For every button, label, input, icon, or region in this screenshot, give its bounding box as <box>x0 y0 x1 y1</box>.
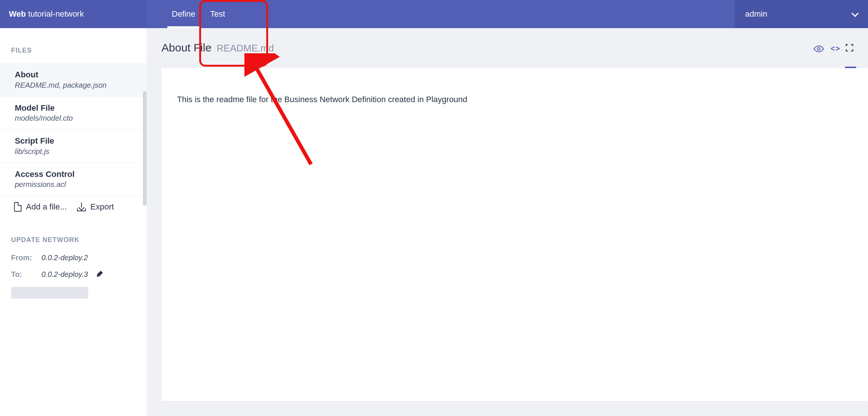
export-label: Export <box>90 202 114 212</box>
update-from-value: 0.0.2-deploy.2 <box>41 254 88 262</box>
content-card: This is the readme file for the Business… <box>161 68 868 401</box>
chevron-down-icon <box>851 10 859 17</box>
file-item-subtitle: permissions.acl <box>15 180 136 189</box>
update-to-label: To: <box>11 270 35 279</box>
topbar: Web tutorial-network Define Test admin <box>0 0 868 28</box>
add-file-label: Add a file... <box>26 202 67 212</box>
header-actions: < > <box>814 44 853 53</box>
export-button[interactable]: Export <box>77 202 114 212</box>
update-to-row: To: 0.0.2-deploy.3 <box>11 270 136 279</box>
code-icon[interactable]: < > <box>831 44 839 53</box>
tab-label: Define <box>172 9 196 19</box>
add-file-button[interactable]: Add a file... <box>14 202 67 212</box>
tabs-area: Define Test <box>147 0 735 28</box>
expand-icon[interactable] <box>846 44 853 53</box>
update-network-heading: UPDATE NETWORK <box>11 236 136 244</box>
file-item-title: Model File <box>15 103 136 114</box>
update-from-row: From: 0.0.2-deploy.2 <box>11 254 136 262</box>
preview-icon[interactable] <box>814 46 824 51</box>
brand-network-name: tutorial-network <box>28 9 84 19</box>
user-menu[interactable]: admin <box>735 0 868 28</box>
download-icon <box>77 202 86 211</box>
page-header: About File README.md < > <box>161 41 868 54</box>
update-to-value: 0.0.2-deploy.3 <box>41 270 88 279</box>
file-icon <box>14 202 21 212</box>
sidebar-item-acl[interactable]: Access Control permissions.acl <box>0 163 147 196</box>
brand-label: Web <box>9 9 26 19</box>
file-item-subtitle: lib/script.js <box>15 147 136 156</box>
sidebar-files-heading: FILES <box>0 28 147 63</box>
tab-define[interactable]: Define <box>164 0 203 28</box>
update-network-section: UPDATE NETWORK From: 0.0.2-deploy.2 To: … <box>0 218 147 299</box>
file-item-title: Access Control <box>15 169 136 180</box>
pencil-icon[interactable] <box>96 270 105 279</box>
svg-point-0 <box>818 48 820 50</box>
main-area: About File README.md < > This is the rea… <box>147 28 868 416</box>
file-item-title: About <box>15 70 136 80</box>
readme-content: This is the readme file for the Business… <box>177 95 852 104</box>
page-filename: README.md <box>217 43 274 54</box>
sidebar-item-about[interactable]: About README.md, package.json <box>0 63 147 97</box>
page-title: About File <box>161 41 211 54</box>
sidebar-file-actions: Add a file... Export <box>0 196 147 218</box>
sidebar-item-script[interactable]: Script File lib/script.js <box>0 130 147 163</box>
tab-label: Test <box>210 9 225 19</box>
update-from-label: From: <box>11 254 35 262</box>
scrollbar-thumb[interactable] <box>143 91 147 206</box>
user-name: admin <box>745 9 767 19</box>
file-item-subtitle: models/model.cto <box>15 113 136 123</box>
brand-area: Web tutorial-network <box>0 0 147 28</box>
tab-test[interactable]: Test <box>203 0 233 28</box>
file-item-subtitle: README.md, package.json <box>15 80 136 90</box>
deploy-button[interactable] <box>11 287 88 299</box>
sidebar: FILES About README.md, package.json Mode… <box>0 28 147 416</box>
sidebar-item-model[interactable]: Model File models/model.cto <box>0 97 147 130</box>
file-item-title: Script File <box>15 136 136 147</box>
